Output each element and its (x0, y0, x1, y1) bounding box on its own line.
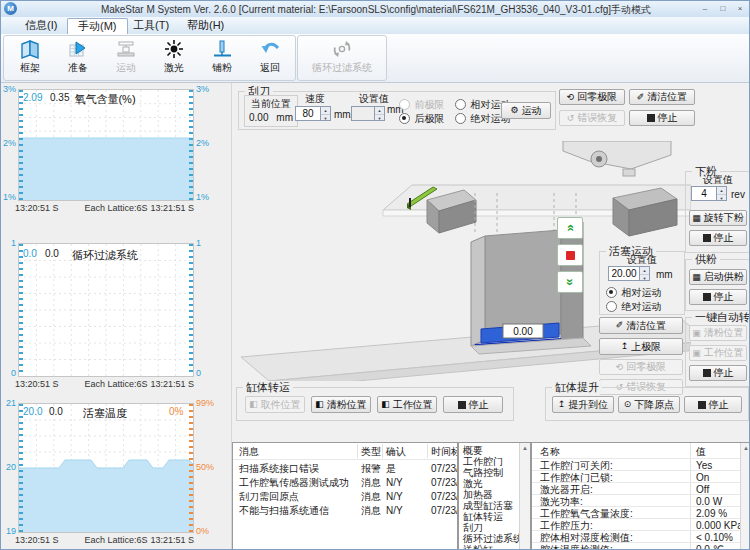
scraper-group: 刮刀 当前位置 0.00 mm 速度 80 ▲▼ mm/s 设置值 ▲▼ mm … (238, 91, 556, 130)
message-row-text[interactable]: 刮刀需回原点 (239, 491, 299, 503)
speed-input[interactable]: 80 (295, 106, 321, 121)
gear-icon: ⚙ (510, 106, 518, 115)
powder-down-stepper[interactable]: ▲▼ (717, 186, 727, 201)
brush-icon: ✐ (616, 321, 624, 330)
menu-manual[interactable]: 手动(M) (67, 18, 128, 34)
toolbar-prepare-button[interactable]: 准备 (55, 38, 101, 78)
menu-help[interactable]: 帮助(H) (177, 18, 234, 33)
y-tick-label: 99% (196, 399, 214, 408)
chart-corner-value: 0% (169, 407, 183, 416)
message-row-type: 消息 (361, 477, 381, 489)
scroll-up-icon[interactable]: ▲ (741, 443, 750, 453)
status-name: 激光器开启: (540, 484, 593, 496)
toolbar-laser-button[interactable]: 激光 (151, 38, 197, 78)
cylinder-transfer-label: 缸体转运 (243, 381, 293, 394)
scroll-up-icon[interactable]: ▲ (520, 443, 530, 453)
message-row-text[interactable]: 扫描系统接口错误 (239, 463, 319, 475)
radio-back-limit[interactable]: 后极限 (399, 110, 444, 128)
menu-info[interactable]: 信息(I) (15, 18, 67, 33)
toolbar-group-filter: 循环过滤系统 (297, 35, 387, 81)
piston-stop-button[interactable] (557, 244, 583, 266)
cylinder-lift-group: 缸体提升 ↥提升到位 ⊙下降原点 停止 (545, 387, 749, 421)
value-header[interactable]: 值 (696, 446, 706, 458)
clean-powder-position-button[interactable]: ◧清粉位置 (311, 396, 371, 413)
status-name: 腔体温度检测值: (540, 544, 613, 550)
lower-to-origin-button[interactable]: ⊙下降原点 (618, 396, 680, 413)
powder-supply-stop-button[interactable]: 停止 (689, 289, 747, 305)
message-row-type: 报警 (361, 463, 381, 475)
y-tick-label: 2% (2, 139, 16, 148)
time-header[interactable]: 时间标记 (431, 446, 458, 458)
grid-icon: ▦ (692, 273, 701, 282)
piston-set-stepper[interactable]: ▲▼ (640, 266, 650, 281)
status-value: On (696, 472, 709, 484)
set-value-stepper[interactable]: ▲▼ (375, 106, 385, 121)
y-tick-label: 50% (196, 463, 214, 472)
status-name: 工作腔压力: (540, 520, 593, 532)
chart-live-value: 2.09 (23, 93, 42, 102)
frame-icon (7, 38, 53, 62)
category-scrollbar[interactable]: ▲ (519, 443, 530, 550)
toolbar-powder-button[interactable]: 铺粉 (199, 38, 245, 78)
toolbar-back-button[interactable]: 返回 (247, 38, 293, 78)
scraper-move-button[interactable]: ⚙运动 (501, 102, 551, 119)
scraper-error-recover-button: ↺错误恢复 (559, 110, 625, 126)
message-row-text[interactable]: 不能与扫描系统通信 (239, 505, 329, 517)
y-tick-label: 1 (2, 239, 16, 248)
lift-to-position-button[interactable]: ↥提升到位 (552, 396, 614, 413)
powder-down-stop-button[interactable]: 停止 (689, 230, 747, 246)
close-button[interactable]: × (732, 3, 748, 14)
piston-up-button[interactable]: » (557, 217, 583, 239)
list-item[interactable]: 送粉缸 (463, 544, 493, 550)
piston-upper-limit-button[interactable]: ↥上极限 (599, 338, 683, 355)
cylinder-lift-stop-button[interactable]: 停止 (684, 396, 742, 413)
title-bar: M MakeStar M System Ver. 2.6.0 [Current … (1, 1, 750, 18)
scraper-position-unit: mm (276, 112, 293, 124)
rotate-powder-down-button[interactable]: ▦旋转下粉 (689, 210, 747, 226)
auto-transfer-group: 一键自动转入 ▣清粉位置 ▣工作位置 停止 (685, 317, 750, 387)
y-tick-label: 1% (196, 193, 209, 202)
auto-transfer-stop-button[interactable]: 停止 (689, 365, 747, 381)
piston-position-value: 0.00 (513, 326, 533, 337)
clamp-icon: ◧ (249, 400, 258, 409)
y-tick-label: 3% (196, 85, 209, 94)
message-table: 消息 类型 确认 时间标记 扫描系统接口错误 报警 是 07/23/ 工作腔氧传… (232, 442, 458, 550)
message-row-time: 07/23/ (431, 505, 458, 517)
chart-piston-temp-panel: 21 20 19 99% 50% 0% 活塞温度 20.0 0.0 0% 13:… (1, 391, 232, 550)
motion-icon (103, 38, 149, 62)
maximize-button[interactable]: □ (715, 3, 731, 14)
toolbar-frame-button[interactable]: 框架 (7, 38, 53, 78)
message-row-text[interactable]: 工作腔氧传感器测试成功 (239, 477, 349, 489)
undo-icon: ↺ (567, 114, 575, 123)
ack-header[interactable]: 确认 (386, 446, 406, 458)
window-title: MakeStar M System Ver. 2.6.0 [Current ma… (1, 3, 750, 17)
powder-down-input[interactable]: 4 (691, 186, 717, 201)
type-header[interactable]: 类型 (361, 446, 381, 458)
scraper-stop-button[interactable]: 停止 (629, 110, 695, 126)
status-name: 工作腔门可关闭: (540, 460, 613, 472)
status-scrollbar[interactable]: ▲ (740, 443, 750, 550)
piston-radio-absolute[interactable]: 绝对运动 (606, 298, 661, 316)
cylinder-transfer-stop-button[interactable]: 停止 (443, 396, 503, 413)
set-value-input[interactable] (351, 106, 375, 121)
work-position-button[interactable]: ◧工作位置 (377, 396, 437, 413)
name-header[interactable]: 名称 (540, 446, 560, 458)
stop-icon (698, 401, 706, 409)
status-name: 激光功率: (540, 496, 583, 508)
start-powder-supply-button[interactable]: ▦启动供粉 (689, 269, 747, 285)
scraper-clean-position-button[interactable]: ✐清洁位置 (629, 89, 695, 105)
piston-down-button[interactable]: » (557, 271, 583, 293)
y-tick-label: 0 (196, 369, 201, 378)
piston-clean-position-button[interactable]: ✐清洁位置 (599, 317, 683, 334)
message-row-ack: N/Y (386, 491, 403, 503)
minimize-button[interactable]: – (697, 3, 713, 14)
powder-down-group: 下粉 设置值 4 ▲▼ rev ▦旋转下粉 停止 (685, 171, 750, 253)
piston-home-limit-button: ⟲回零极限 (599, 359, 683, 375)
message-header[interactable]: 消息 (239, 446, 259, 458)
piston-set-input[interactable]: 20.00 (608, 266, 640, 281)
speed-stepper[interactable]: ▲▼ (321, 106, 331, 121)
scraper-home-limit-button[interactable]: ⟲回零极限 (559, 89, 625, 105)
menu-tools[interactable]: 工具(T) (123, 18, 179, 33)
scraper-position-box: 当前位置 0.00 mm (244, 95, 298, 127)
radio-circle (606, 301, 617, 312)
